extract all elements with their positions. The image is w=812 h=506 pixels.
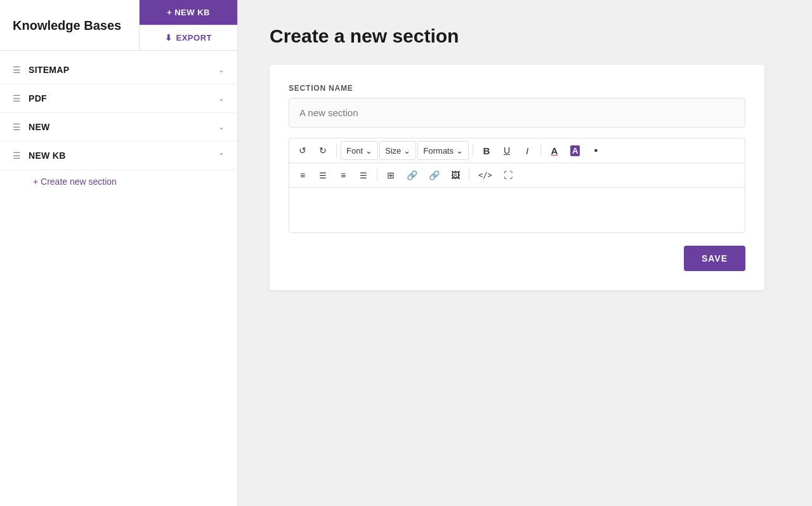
bg-color-button[interactable]: A — [565, 141, 585, 160]
table-icon: ⊞ — [387, 170, 395, 180]
unlink-button[interactable]: 🔗 — [424, 166, 445, 185]
code-button[interactable]: </> — [473, 166, 497, 185]
align-center-icon: ☰ — [319, 171, 327, 180]
new-kb-button[interactable]: + NEW KB — [140, 0, 237, 25]
nav-item-label-new: NEW — [29, 122, 50, 132]
sidebar-item-new-kb-container: ☰ NEW KB ⌄ + Create new section — [0, 142, 237, 196]
chevron-down-icon-new: ⌄ — [218, 123, 225, 131]
sidebar: Knowledge Bases + NEW KB ⬇ EXPORT ☰ SITE… — [0, 0, 238, 506]
font-color-button[interactable]: A — [545, 141, 564, 160]
italic-icon: I — [526, 145, 528, 156]
redo-icon: ↻ — [319, 145, 327, 156]
italic-button[interactable]: I — [518, 141, 537, 160]
underline-button[interactable]: U — [497, 141, 516, 160]
extra-format-icon: ▪ — [594, 145, 598, 156]
link-button[interactable]: 🔗 — [402, 166, 422, 185]
bold-icon: B — [483, 145, 490, 156]
toolbar-row-1: ↺ ↻ Font ⌄ Size ⌄ Formats ⌄ — [289, 138, 745, 163]
section-name-label: SECTION NAME — [289, 84, 745, 93]
sidebar-nav: ☰ SITEMAP ⌄ ☰ PDF ⌄ ☰ NEW ⌄ ☰ — [0, 51, 237, 506]
underline-icon: U — [504, 145, 510, 156]
sidebar-title-area: Knowledge Bases — [0, 0, 139, 50]
hamburger-icon-new: ☰ — [13, 123, 21, 131]
bg-color-icon: A — [570, 145, 580, 156]
chevron-up-icon-new-kb: ⌄ — [218, 151, 225, 160]
font-chevron-icon: ⌄ — [365, 146, 372, 156]
formats-chevron-icon: ⌄ — [456, 146, 463, 156]
image-icon: 🖼 — [451, 170, 460, 180]
extra-format-button[interactable]: ▪ — [586, 141, 605, 160]
size-selector[interactable]: Size ⌄ — [379, 141, 416, 160]
page-title: Create a new section — [270, 25, 780, 47]
new-kb-sub-items: + Create new section — [0, 170, 237, 196]
align-center-button[interactable]: ☰ — [313, 166, 332, 185]
main-content: Create a new section SECTION NAME ↺ ↻ Fo… — [238, 0, 812, 506]
chevron-down-icon-pdf: ⌄ — [218, 94, 225, 103]
sidebar-item-pdf[interactable]: ☰ PDF ⌄ — [0, 84, 237, 113]
table-button[interactable]: ⊞ — [381, 166, 400, 185]
undo-icon: ↺ — [299, 145, 306, 156]
toolbar-separator-4 — [377, 169, 377, 182]
export-button[interactable]: ⬇ EXPORT — [140, 25, 237, 50]
sidebar-item-sitemap[interactable]: ☰ SITEMAP ⌄ — [0, 56, 237, 84]
list-button[interactable]: ☰ — [354, 166, 373, 185]
hamburger-icon-pdf: ☰ — [13, 94, 21, 103]
code-icon: </> — [478, 171, 492, 180]
create-new-section-link[interactable]: + Create new section — [33, 173, 237, 190]
font-label: Font — [346, 146, 363, 156]
chevron-down-icon-sitemap: ⌄ — [218, 65, 225, 74]
unlink-icon: 🔗 — [429, 170, 440, 180]
create-section-form: SECTION NAME ↺ ↻ Font ⌄ Size ⌄ — [270, 65, 764, 290]
nav-item-label-pdf: PDF — [29, 93, 47, 103]
formats-selector[interactable]: Formats ⌄ — [417, 141, 469, 160]
fullscreen-icon: ⛶ — [504, 170, 513, 180]
fullscreen-button[interactable]: ⛶ — [499, 166, 518, 185]
editor-body[interactable] — [289, 188, 745, 232]
image-button[interactable]: 🖼 — [446, 166, 465, 185]
sidebar-item-new[interactable]: ☰ NEW ⌄ — [0, 113, 237, 142]
bold-button[interactable]: B — [477, 141, 496, 160]
toolbar-separator-1 — [336, 144, 337, 157]
size-label: Size — [385, 146, 401, 156]
rich-text-editor: ↺ ↻ Font ⌄ Size ⌄ Formats ⌄ — [289, 138, 745, 233]
nav-item-label-sitemap: SITEMAP — [29, 65, 69, 75]
save-button[interactable]: SAVE — [684, 246, 745, 271]
align-right-button[interactable]: ≡ — [334, 166, 353, 185]
font-color-icon: A — [551, 145, 558, 156]
sidebar-actions: + NEW KB ⬇ EXPORT — [139, 0, 237, 50]
list-icon: ☰ — [360, 171, 367, 180]
sidebar-header: Knowledge Bases + NEW KB ⬇ EXPORT — [0, 0, 237, 51]
export-label: EXPORT — [176, 33, 212, 43]
download-icon: ⬇ — [165, 33, 173, 43]
align-left-icon: ≡ — [300, 170, 305, 180]
font-selector[interactable]: Font ⌄ — [341, 141, 378, 160]
toolbar-separator-2 — [473, 144, 473, 157]
redo-button[interactable]: ↻ — [313, 141, 332, 160]
toolbar-separator-3 — [540, 144, 541, 157]
align-left-button[interactable]: ≡ — [293, 166, 312, 185]
undo-button[interactable]: ↺ — [293, 141, 312, 160]
hamburger-icon: ☰ — [13, 65, 21, 74]
sidebar-item-new-kb[interactable]: ☰ NEW KB ⌄ — [0, 142, 237, 170]
link-icon: 🔗 — [407, 170, 417, 180]
section-name-input[interactable] — [289, 98, 745, 128]
toolbar-row-2: ≡ ☰ ≡ ☰ ⊞ 🔗 🔗 — [289, 163, 745, 188]
nav-item-label-new-kb: NEW KB — [29, 150, 66, 161]
align-right-icon: ≡ — [341, 170, 346, 180]
formats-label: Formats — [423, 146, 454, 156]
size-chevron-icon: ⌄ — [403, 146, 410, 156]
save-row: SAVE — [289, 246, 745, 271]
sidebar-title: Knowledge Bases — [13, 18, 121, 33]
hamburger-icon-new-kb: ☰ — [13, 151, 21, 160]
toolbar-separator-5 — [469, 169, 469, 182]
